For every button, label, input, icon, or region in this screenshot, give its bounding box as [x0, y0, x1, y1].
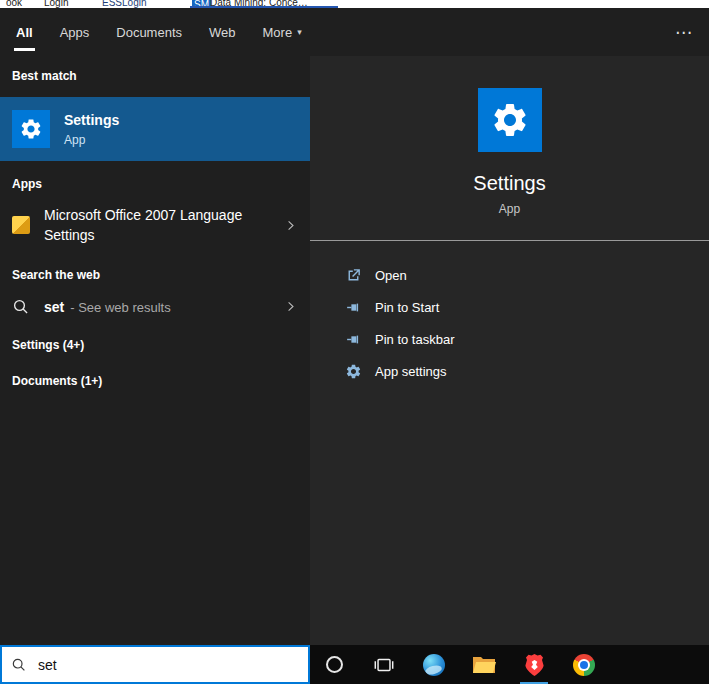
tab-all[interactable]: All: [16, 8, 33, 56]
best-match-result-settings[interactable]: Settings App: [0, 97, 310, 161]
bookmark-item[interactable]: ESSLogin: [102, 0, 146, 8]
group-settings[interactable]: Settings (4+): [0, 330, 310, 360]
pin-icon: [345, 331, 362, 348]
action-open[interactable]: Open: [345, 259, 709, 291]
bookmark-item[interactable]: Login: [44, 0, 68, 8]
browser-bookmarks-bar: ook Login ESSLogin SM Data Mining: Conce…: [0, 0, 709, 8]
tab-web[interactable]: Web: [209, 8, 236, 56]
action-label: App settings: [375, 364, 447, 379]
best-match-text: Settings App: [64, 111, 119, 147]
result-web-search[interactable]: set- See web results: [0, 290, 310, 324]
bookmark-underline: [190, 6, 338, 8]
web-result-text: set- See web results: [44, 299, 171, 315]
apps-section-header: Apps: [0, 161, 310, 199]
tab-label: More: [263, 25, 293, 40]
red-app-icon[interactable]: [522, 653, 546, 677]
taskbar-search-box[interactable]: [0, 645, 310, 684]
search-icon: [12, 298, 30, 316]
chevron-right-icon[interactable]: [283, 299, 298, 314]
search-web-section-header: Search the web: [0, 252, 310, 290]
tab-apps[interactable]: Apps: [60, 8, 90, 56]
web-suffix: - See web results: [70, 300, 170, 315]
search-results-panel: Best match Settings App Apps Microsoft O…: [0, 56, 310, 645]
tab-label: All: [16, 25, 33, 40]
action-label: Pin to taskbar: [375, 332, 455, 347]
action-app-settings[interactable]: App settings: [345, 355, 709, 387]
chevron-down-icon: ▾: [297, 27, 302, 37]
result-title: Microsoft Office 2007 Language Settings: [44, 205, 250, 246]
chevron-right-icon[interactable]: [283, 218, 298, 233]
chrome-icon[interactable]: [572, 653, 596, 677]
task-view-icon[interactable]: [372, 653, 396, 677]
action-pin-to-taskbar[interactable]: Pin to taskbar: [345, 323, 709, 355]
action-pin-to-start[interactable]: Pin to Start: [345, 291, 709, 323]
tab-label: Web: [209, 25, 236, 40]
tab-documents[interactable]: Documents: [116, 8, 182, 56]
edge-icon[interactable]: [422, 653, 446, 677]
action-label: Pin to Start: [375, 300, 439, 315]
web-query: set: [44, 299, 64, 315]
preview-title: Settings: [473, 172, 545, 195]
best-match-header: Best match: [0, 56, 310, 92]
open-icon: [345, 267, 362, 284]
settings-app-tile: [12, 110, 50, 148]
gear-icon: [345, 363, 362, 380]
office-language-icon: [12, 216, 30, 234]
search-icon: [11, 657, 27, 673]
overflow-menu-button[interactable]: ⋯: [675, 8, 693, 56]
result-title: Settings: [64, 111, 119, 130]
group-documents[interactable]: Documents (1+): [0, 366, 310, 396]
result-office-language-settings[interactable]: Microsoft Office 2007 Language Settings: [0, 199, 310, 252]
gear-icon: [490, 100, 530, 140]
result-subtitle: App: [64, 133, 119, 147]
pin-icon: [345, 299, 362, 316]
preview-actions: Open Pin to Start Pin to taskbar App set…: [310, 241, 709, 387]
taskbar: [310, 645, 709, 684]
gear-icon: [19, 117, 43, 141]
search-filter-tabs: All Apps Documents Web More ▾ ⋯: [0, 8, 709, 56]
tab-more[interactable]: More ▾: [263, 8, 302, 56]
tab-label: Apps: [60, 25, 90, 40]
file-explorer-icon[interactable]: [472, 653, 496, 677]
preview-subtitle: App: [499, 202, 520, 216]
preview-pane: Settings App Open Pin to Start Pin to ta…: [310, 56, 709, 645]
action-label: Open: [375, 268, 407, 283]
tab-label: Documents: [116, 25, 182, 40]
bookmark-item[interactable]: ook: [6, 0, 22, 8]
settings-app-tile: [478, 88, 542, 152]
search-input[interactable]: [36, 656, 299, 674]
cortana-icon[interactable]: [322, 653, 346, 677]
